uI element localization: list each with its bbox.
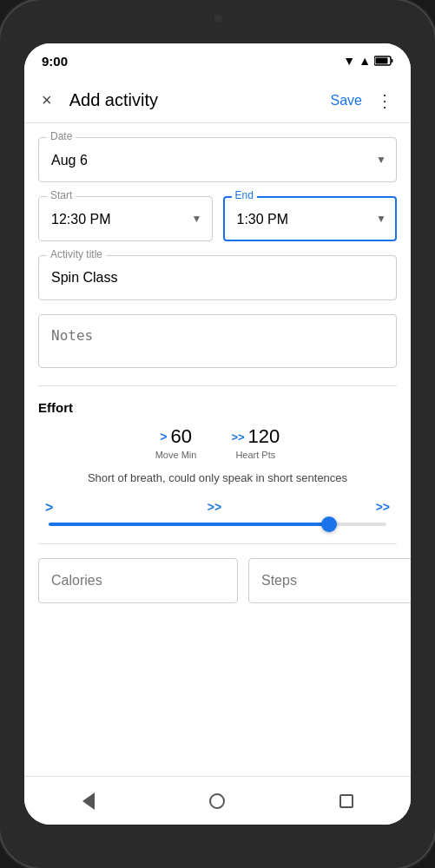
- more-button[interactable]: ⋮: [372, 87, 397, 115]
- date-select[interactable]: Aug 6: [38, 137, 397, 182]
- heart-pts-label: Heart Pts: [235, 450, 275, 460]
- activity-title-input[interactable]: [38, 255, 397, 300]
- calories-input[interactable]: [38, 558, 238, 603]
- svg-rect-1: [392, 59, 393, 62]
- heart-pts-metric: >> 120 Heart Pts: [231, 425, 280, 460]
- slider-thumb[interactable]: [321, 516, 337, 532]
- nav-home-button[interactable]: [200, 784, 234, 819]
- time-row: Start 12:30 PM ▼ End 1:30 PM ▼: [38, 196, 397, 241]
- notes-textarea[interactable]: [38, 314, 397, 368]
- move-min-value: 60: [170, 425, 191, 448]
- back-icon: [82, 792, 95, 810]
- activity-title-label: Activity title: [47, 248, 106, 260]
- wifi-icon: ▼: [343, 54, 355, 68]
- effort-metrics: > 60 Move Min >> 120 Heart Pts: [38, 425, 397, 460]
- phone-screen: 9:00 ▼ ▲ × Add activity Save ⋮: [24, 43, 411, 825]
- heart-pts-icon: >>: [231, 431, 244, 444]
- heart-pts-value: 120: [248, 425, 280, 448]
- date-field-group: Date Aug 6 ▼: [38, 137, 397, 182]
- effort-slider-container[interactable]: > >> >>: [38, 500, 397, 526]
- page-title: Add activity: [69, 90, 324, 110]
- home-icon: [209, 793, 225, 809]
- slider-label-mid: >>: [208, 500, 221, 516]
- slider-label-low: >: [45, 500, 53, 516]
- end-field-group: End 1:30 PM ▼: [223, 196, 398, 241]
- effort-title: Effort: [38, 400, 397, 415]
- nav-back-button[interactable]: [71, 784, 106, 819]
- move-min-label: Move Min: [155, 450, 197, 460]
- status-bar: 9:00 ▼ ▲: [24, 43, 411, 78]
- slider-fill: [49, 523, 329, 526]
- top-bar: × Add activity Save ⋮: [24, 78, 411, 123]
- battery-icon: [374, 56, 393, 66]
- notes-field-group: [38, 314, 397, 372]
- status-icons: ▼ ▲: [343, 54, 393, 68]
- status-time: 9:00: [42, 54, 68, 69]
- slider-label-high: >>: [376, 500, 390, 516]
- activity-title-field-group: Activity title: [38, 255, 397, 300]
- end-label: End: [232, 189, 257, 201]
- heart-pts-row: >> 120: [231, 425, 280, 448]
- start-select[interactable]: 12:30 PM: [38, 196, 213, 241]
- form-content: Date Aug 6 ▼ Start 12:30 PM ▼ End: [24, 123, 411, 776]
- signal-icon: ▲: [359, 54, 371, 68]
- slider-track[interactable]: [49, 523, 386, 526]
- nav-recents-button[interactable]: [329, 784, 364, 819]
- slider-labels: > >> >>: [45, 500, 390, 516]
- save-button[interactable]: Save: [324, 89, 369, 112]
- start-label: Start: [47, 189, 76, 201]
- close-button[interactable]: ×: [38, 87, 56, 114]
- move-min-metric: > 60 Move Min: [155, 425, 197, 460]
- start-field-group: Start 12:30 PM ▼: [38, 196, 213, 241]
- effort-description: Short of breath, could only speak in sho…: [38, 470, 397, 486]
- nav-bar: [24, 776, 411, 825]
- effort-section: Effort > 60 Move Min >> 120: [38, 385, 397, 526]
- move-min-row: > 60: [160, 425, 192, 448]
- recents-icon: [339, 794, 353, 808]
- phone-frame: 9:00 ▼ ▲ × Add activity Save ⋮: [0, 0, 435, 868]
- camera-dot: [214, 14, 222, 23]
- move-min-icon: >: [160, 430, 167, 444]
- bottom-inputs: [38, 543, 397, 603]
- svg-rect-2: [376, 58, 388, 64]
- steps-input[interactable]: [248, 558, 411, 603]
- date-label: Date: [47, 130, 76, 142]
- end-select[interactable]: 1:30 PM: [223, 196, 398, 241]
